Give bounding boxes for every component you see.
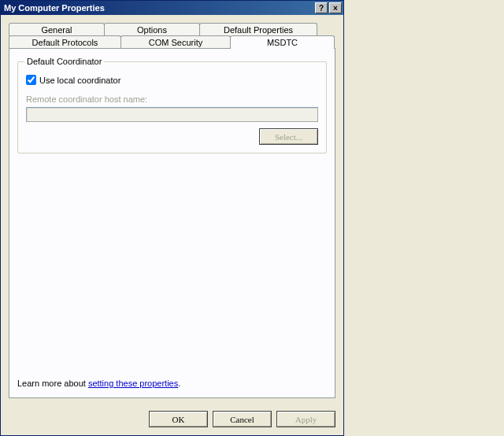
tab-default-properties[interactable]: Default Properties xyxy=(199,23,317,36)
tab-com-security[interactable]: COM Security xyxy=(120,35,231,49)
remote-host-input xyxy=(26,107,318,122)
dialog-window: My Computer Properties ? × General Optio… xyxy=(0,0,344,436)
dialog-button-row: OK Cancel Apply xyxy=(1,405,343,435)
tab-default-protocols[interactable]: Default Protocols xyxy=(9,35,121,49)
select-button: Select... xyxy=(259,128,318,145)
tab-control: General Options Default Properties Defau… xyxy=(9,23,335,398)
tab-options[interactable]: Options xyxy=(104,23,200,36)
close-icon: × xyxy=(333,4,338,13)
learn-more-link[interactable]: setting these properties xyxy=(88,379,178,388)
close-button[interactable]: × xyxy=(329,2,342,13)
learn-more-text: Learn more about setting these propertie… xyxy=(17,379,180,388)
use-local-coordinator-row: Use local coordinator xyxy=(26,75,318,85)
cancel-button[interactable]: Cancel xyxy=(213,411,272,427)
tab-panel-msdtc: Default Coordinator Use local coordinato… xyxy=(9,48,335,398)
remote-host-label: Remote coordinator host name: xyxy=(26,94,318,104)
apply-button: Apply xyxy=(276,411,335,427)
titlebar-buttons: ? × xyxy=(313,2,342,13)
ok-button[interactable]: OK xyxy=(149,411,208,427)
default-coordinator-group: Default Coordinator Use local coordinato… xyxy=(17,61,327,153)
titlebar: My Computer Properties ? × xyxy=(1,1,343,15)
window-title: My Computer Properties xyxy=(4,3,313,13)
tab-general[interactable]: General xyxy=(9,23,105,36)
select-row: Select... xyxy=(26,128,318,145)
dialog-body: General Options Default Properties Defau… xyxy=(1,15,343,405)
tab-msdtc[interactable]: MSDTC xyxy=(230,35,335,49)
tab-row-1: General Options Default Properties xyxy=(9,23,335,36)
tab-row-2: Default Protocols COM Security MSDTC xyxy=(9,35,335,49)
learn-more-period: . xyxy=(178,379,180,388)
learn-more-prefix: Learn more about xyxy=(17,379,88,388)
groupbox-title: Default Coordinator xyxy=(24,57,104,66)
help-button[interactable]: ? xyxy=(315,2,328,13)
use-local-coordinator-label[interactable]: Use local coordinator xyxy=(39,76,120,85)
use-local-coordinator-checkbox[interactable] xyxy=(26,75,36,85)
